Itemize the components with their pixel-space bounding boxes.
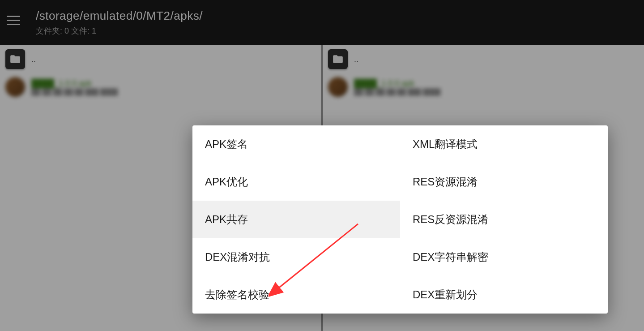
context-menu-dialog: APK签名 APK优化 APK共存 DEX混淆对抗 去除签名校验 XML翻译模式… xyxy=(192,125,608,314)
file-info: ████_1.0.0.apk ██-██-██ ██:██ ███ ████ xyxy=(354,79,441,95)
app-header: /storage/emulated/0/MT2/apks/ 文件夹: 0 文件:… xyxy=(0,0,644,45)
file-row[interactable]: ████_1.0.0.apk ██-██-██ ██:██ ███ ████ xyxy=(323,73,644,100)
menu-dex-obfuscate[interactable]: DEX混淆对抗 xyxy=(192,238,400,276)
apk-icon xyxy=(328,77,348,97)
parent-dir-row[interactable]: .. xyxy=(0,45,321,73)
menu-res-obfuscate[interactable]: RES资源混淆 xyxy=(400,163,608,201)
menu-dex-repartition[interactable]: DEX重新划分 xyxy=(400,276,608,314)
folder-icon xyxy=(328,49,348,69)
apk-icon xyxy=(5,77,25,97)
menu-apk-sign[interactable]: APK签名 xyxy=(192,125,400,163)
menu-dex-string-decrypt[interactable]: DEX字符串解密 xyxy=(400,238,608,276)
current-path: /storage/emulated/0/MT2/apks/ xyxy=(36,9,203,23)
folder-stats: 文件夹: 0 文件: 1 xyxy=(36,26,203,36)
menu-right-column: XML翻译模式 RES资源混淆 RES反资源混淆 DEX字符串解密 DEX重新划… xyxy=(400,125,608,314)
file-row[interactable]: ████_1.0.0.apk ██-██-██ ██:██ ███ ████ xyxy=(0,73,321,100)
folder-icon xyxy=(5,49,25,69)
parent-dir-label: .. xyxy=(354,55,358,64)
file-meta: ██-██-██ ██:██ ███ ████ xyxy=(354,88,441,95)
parent-dir-row[interactable]: .. xyxy=(323,45,644,73)
file-name: ████_1.0.0.apk xyxy=(31,79,118,88)
header-text: /storage/emulated/0/MT2/apks/ 文件夹: 0 文件:… xyxy=(36,9,203,36)
menu-icon[interactable] xyxy=(7,11,25,29)
menu-res-deobfuscate[interactable]: RES反资源混淆 xyxy=(400,201,608,238)
menu-xml-translate[interactable]: XML翻译模式 xyxy=(400,125,608,163)
menu-remove-signature-check[interactable]: 去除签名校验 xyxy=(192,276,400,314)
file-name: ████_1.0.0.apk xyxy=(354,79,441,88)
menu-apk-optimize[interactable]: APK优化 xyxy=(192,163,400,201)
parent-dir-label: .. xyxy=(31,55,36,64)
file-meta: ██-██-██ ██:██ ███ ████ xyxy=(31,88,118,95)
menu-left-column: APK签名 APK优化 APK共存 DEX混淆对抗 去除签名校验 xyxy=(192,125,400,314)
menu-apk-coexist[interactable]: APK共存 xyxy=(192,201,400,238)
file-info: ████_1.0.0.apk ██-██-██ ██:██ ███ ████ xyxy=(31,79,118,95)
